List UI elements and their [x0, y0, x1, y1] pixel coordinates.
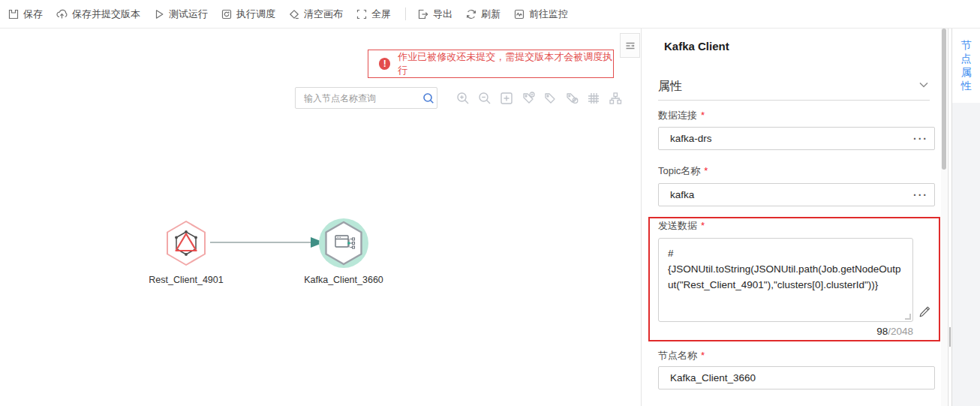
- section-properties-header[interactable]: 属性: [658, 74, 930, 99]
- search-icon[interactable]: [420, 92, 437, 105]
- connection-label: 数据连接*: [658, 109, 705, 122]
- collapse-panel-icon: [624, 40, 636, 52]
- node-name-field: [658, 366, 935, 389]
- splitter-nub: [949, 327, 951, 347]
- topic-browse-button[interactable]: ···: [907, 185, 934, 205]
- hide-tag-icon[interactable]: [564, 90, 580, 107]
- fit-view-icon[interactable]: [498, 90, 515, 107]
- warning-text: 作业已被修改还未提交，需提交版本才会被调度执行: [398, 50, 613, 77]
- toolbar-divider: [405, 8, 406, 20]
- zoom-in-icon[interactable]: [455, 90, 471, 107]
- save-submit-version-button[interactable]: 保存并提交版本: [56, 8, 140, 21]
- test-run-icon: [153, 8, 165, 20]
- char-counter: 98/2048: [658, 326, 913, 337]
- payload-textarea[interactable]: # {JSONUtil.toString(JSONUtil.path(Job.g…: [659, 239, 912, 321]
- zoom-out-icon[interactable]: [476, 90, 493, 107]
- topic-field: ···: [658, 183, 935, 206]
- topic-label: Topic名称*: [658, 164, 708, 178]
- node-label-kafka-client: Kafka_Client_3660: [284, 275, 404, 285]
- rest-node-hexagon: [167, 221, 205, 265]
- connection-input[interactable]: [659, 133, 907, 144]
- auto-layout-icon[interactable]: [607, 90, 624, 107]
- clear-canvas-icon: [288, 8, 300, 20]
- schedule-icon: [221, 8, 233, 20]
- tab-node-properties[interactable]: 节点属性: [952, 29, 980, 103]
- connection-browse-button[interactable]: ···: [907, 129, 934, 149]
- node-kafka-client[interactable]: [317, 216, 369, 270]
- connection-field: ···: [658, 127, 935, 150]
- add-tag-icon[interactable]: [520, 90, 537, 107]
- node-rest-client[interactable]: [160, 218, 212, 272]
- refresh-icon: [465, 8, 477, 20]
- edit-pencil-icon[interactable]: [918, 305, 932, 322]
- tag-icon[interactable]: [542, 90, 558, 107]
- canvas-toolbar: [455, 90, 624, 107]
- section-properties-title: 属性: [658, 79, 682, 95]
- chevron-down-icon[interactable]: [918, 79, 930, 94]
- monitor-icon: [513, 8, 525, 20]
- top-toolbar: 保存 保存并提交版本 测试运行 执行调度 清空画布 全屏 导出 刷新 前往监控: [0, 0, 980, 29]
- section-divider: [658, 100, 930, 101]
- panel-title: Kafka Client: [664, 40, 729, 53]
- go-to-monitor-button[interactable]: 前往监控: [513, 8, 568, 21]
- save-button[interactable]: 保存: [8, 8, 43, 21]
- payload-field: # {JSONUtil.toString(JSONUtil.path(Job.g…: [658, 238, 913, 322]
- kafka-node-hexagon: [326, 222, 362, 264]
- grid-icon[interactable]: [585, 90, 602, 107]
- right-tab-strip: 节点属性: [952, 29, 980, 406]
- save-icon: [8, 8, 20, 20]
- edge-arrow: [209, 234, 326, 251]
- refresh-button[interactable]: 刷新: [465, 8, 501, 21]
- panel-collapse-button[interactable]: [620, 33, 640, 58]
- properties-panel: Kafka Client 属性 数据连接* ··· Topic名称* ··· 发…: [641, 29, 941, 406]
- export-icon: [416, 8, 429, 20]
- unsubmitted-warning-banner: ! 作业已被修改还未提交，需提交版本才会被调度执行: [368, 50, 614, 78]
- warning-icon: !: [379, 58, 390, 70]
- workflow-canvas[interactable]: ! 作业已被修改还未提交，需提交版本才会被调度执行 Rest_Client_49…: [0, 29, 641, 406]
- node-name-input[interactable]: [659, 372, 934, 383]
- node-name-label: 节点名称*: [658, 349, 705, 362]
- node-label-rest-client: Rest_Client_4901: [126, 275, 246, 285]
- panel-scrollbar[interactable]: [941, 29, 947, 406]
- payload-label: 发送数据*: [658, 219, 705, 233]
- node-search-input[interactable]: [296, 93, 420, 104]
- topic-input[interactable]: [659, 189, 907, 200]
- node-search-box: [295, 87, 437, 109]
- export-button[interactable]: 导出: [416, 8, 452, 21]
- run-schedule-button[interactable]: 执行调度: [221, 8, 275, 21]
- test-run-button[interactable]: 测试运行: [153, 8, 208, 21]
- submit-version-icon: [56, 8, 68, 20]
- clear-canvas-button[interactable]: 清空画布: [288, 8, 343, 21]
- fullscreen-button[interactable]: 全屏: [356, 8, 391, 21]
- fullscreen-icon: [356, 8, 368, 20]
- panel-scrollbar-thumb[interactable]: [942, 29, 946, 170]
